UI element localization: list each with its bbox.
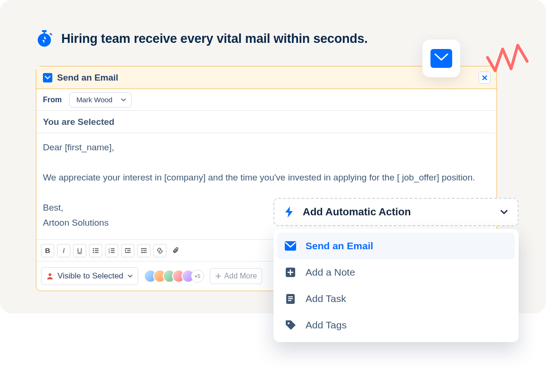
svg-point-4 [93,248,94,249]
svg-text:3: 3 [108,251,110,253]
svg-rect-21 [141,252,147,253]
bullet-list-button[interactable] [89,244,102,257]
chevron-down-icon [500,208,508,216]
italic-button[interactable]: I [57,244,70,257]
svg-rect-19 [141,248,147,249]
dropdown-item-add-task[interactable]: Add Task [277,286,515,312]
visibility-selector[interactable]: Visible to Selected [41,267,138,285]
auto-action-label: Add Automatic Action [303,206,411,218]
svg-rect-11 [111,248,115,249]
svg-rect-16 [125,248,131,249]
svg-rect-15 [111,252,115,253]
indent-button[interactable] [137,244,150,257]
link-button[interactable] [153,244,166,257]
add-automatic-action-trigger[interactable]: Add Automatic Action [273,198,519,226]
svg-rect-26 [288,296,293,297]
dropdown-item-send-email[interactable]: Send an Email [277,233,515,259]
plus-icon [215,273,222,279]
add-more-label: Add More [224,272,257,280]
svg-rect-18 [125,252,131,253]
auto-action-dropdown: Send an Email Add a Note Add Task Add Ta… [273,229,519,342]
dropdown-item-label: Add Task [306,293,346,304]
subject-row[interactable]: You are Selected [36,111,496,133]
page-title: Hiring team receive every vital mail wit… [61,32,368,46]
chevron-down-icon [121,97,126,103]
from-select[interactable]: Mark Wood [69,92,132,107]
body-line: We appreciate your interest in [company]… [43,170,490,185]
svg-rect-17 [127,250,131,251]
dropdown-item-add-tags[interactable]: Add Tags [277,312,515,338]
mail-icon [284,239,297,253]
svg-point-8 [93,252,94,253]
mail-icon [430,49,452,68]
svg-rect-1 [44,32,45,33]
visibility-label: Visible to Selected [58,271,124,281]
bolt-icon [284,206,294,218]
svg-rect-13 [111,250,115,251]
avatar-group: +5 [144,270,204,283]
svg-rect-28 [288,300,291,301]
svg-rect-5 [95,248,99,249]
svg-point-29 [288,322,290,324]
mail-badge [422,40,460,77]
from-row: From Mark Wood [36,89,496,111]
stopwatch-icon [36,30,53,47]
from-label: From [43,96,62,104]
from-value: Mark Wood [76,96,112,104]
dropdown-item-label: Add a Note [306,267,355,278]
subject-text: You are Selected [43,117,115,127]
dropdown-item-label: Add Tags [306,319,347,331]
note-icon [284,266,297,279]
svg-point-22 [49,273,51,276]
svg-point-6 [93,250,94,251]
chevron-down-icon [127,273,133,279]
outdent-button[interactable] [121,244,134,257]
mail-check-icon [43,73,52,82]
page-header: Hiring team receive every vital mail wit… [36,30,368,47]
svg-rect-7 [95,250,99,251]
attachment-button[interactable] [169,244,182,257]
person-icon [46,272,54,280]
underline-button[interactable]: U [73,244,86,257]
dropdown-item-add-note[interactable]: Add a Note [277,259,515,286]
avatar-overflow[interactable]: +5 [191,270,204,283]
body-line: Dear [first_name], [43,140,490,155]
scribble-decoration [485,41,530,79]
dropdown-item-label: Send an Email [306,240,373,252]
add-more-button[interactable]: Add More [210,268,262,284]
svg-rect-3 [50,33,53,35]
svg-rect-9 [95,252,99,253]
svg-rect-20 [143,250,147,251]
numbered-list-button[interactable]: 123 [105,244,118,257]
svg-rect-27 [288,298,293,299]
tag-icon [284,318,297,332]
bold-button[interactable]: B [41,244,54,257]
task-icon [284,292,297,305]
card-title: Send an Email [57,73,118,83]
